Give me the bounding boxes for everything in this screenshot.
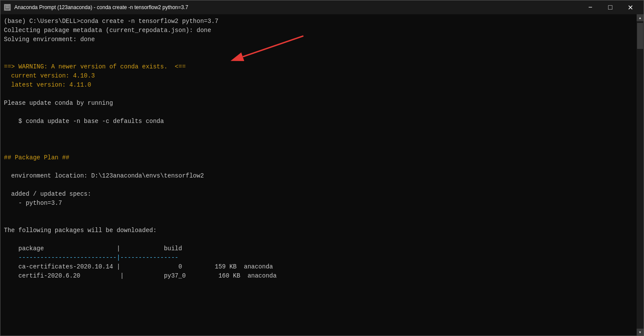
terminal-line-env-location: environment location: D:\123anaconda\env… <box>4 171 633 181</box>
terminal-line-blank1 <box>4 44 633 53</box>
maximize-button[interactable]: □ <box>600 0 620 14</box>
terminal-line-ca-cert: ca-certificates-2020.10.14 | 0 159 KB an… <box>4 262 633 271</box>
title-bar: Anaconda Prompt (123anaconda) - conda cr… <box>0 0 644 14</box>
window-title: Anaconda Prompt (123anaconda) - conda cr… <box>14 4 580 10</box>
terminal-line-table-header: package | build <box>4 244 633 253</box>
terminal-line-update-cmd: $ conda update -n base -c defaults conda <box>4 117 633 126</box>
terminal-line-blank3 <box>4 90 633 99</box>
terminal-body: (base) C:\Users\DELL>conda create -n ten… <box>0 14 644 336</box>
window-icon <box>4 4 11 11</box>
terminal-line-solving: Solving environment: done <box>4 35 633 44</box>
terminal-line-blank5 <box>4 126 633 135</box>
terminal-line-blank12 <box>4 235 633 244</box>
minimize-button[interactable]: − <box>580 0 600 14</box>
scroll-thumb[interactable] <box>637 23 643 49</box>
terminal-window: Anaconda Prompt (123anaconda) - conda cr… <box>0 0 644 336</box>
scroll-down-button[interactable]: ▼ <box>637 329 644 336</box>
terminal-line-added-specs: added / updated specs: <box>4 190 633 199</box>
terminal-line-blank6 <box>4 135 633 144</box>
close-button[interactable]: ✕ <box>620 0 640 14</box>
terminal-line-latest-version: latest version: 4.11.0 <box>4 81 633 90</box>
terminal-line-package-plan: ## Package Plan ## <box>4 153 633 162</box>
terminal-line-table-divider: ---------------------------|------------… <box>4 253 633 262</box>
terminal-line-download-msg: The following packages will be downloade… <box>4 226 633 235</box>
terminal-line-collecting: Collecting package metadata (current_rep… <box>4 26 633 35</box>
terminal-line-blank4 <box>4 108 633 117</box>
terminal-line-certifi: certifi-2020.6.20 | py37_0 160 KB anacon… <box>4 271 633 281</box>
svg-rect-1 <box>6 6 9 6</box>
terminal-line-prompt: (base) C:\Users\DELL>conda create -n ten… <box>4 17 633 26</box>
terminal-line-blank2 <box>4 53 633 62</box>
terminal-line-blank10 <box>4 208 633 217</box>
terminal-line-blank11 <box>4 217 633 226</box>
terminal-line-blank8 <box>4 162 633 171</box>
terminal-output[interactable]: (base) C:\Users\DELL>conda create -n ten… <box>0 14 637 336</box>
scrollbar[interactable]: ▲ ▼ <box>637 14 644 336</box>
svg-rect-2 <box>6 7 9 8</box>
terminal-line-python-spec: - python=3.7 <box>4 199 633 208</box>
terminal-line-blank9 <box>4 181 633 190</box>
terminal-line-current-version: current version: 4.10.3 <box>4 71 633 81</box>
terminal-line-update-msg: Please update conda by running <box>4 99 633 108</box>
terminal-line-blank7 <box>4 144 633 153</box>
window-controls: − □ ✕ <box>580 0 640 14</box>
scroll-up-button[interactable]: ▲ <box>637 14 644 21</box>
terminal-line-warning: ==> WARNING: A newer version of conda ex… <box>4 62 633 71</box>
scroll-track[interactable] <box>637 21 644 329</box>
